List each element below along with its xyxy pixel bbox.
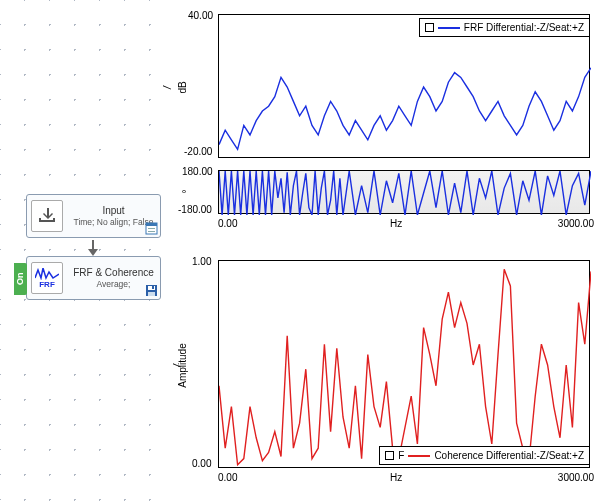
flow-canvas[interactable] xyxy=(0,0,170,501)
ylabel-sub: / xyxy=(162,86,173,89)
svg-marker-5 xyxy=(88,249,98,256)
ytick-max-ph: 180.00 xyxy=(182,166,213,177)
ytick-min: -20.00 xyxy=(184,146,212,157)
chart-frf-phase[interactable]: 180.00 -180.00 ° 0.00 3000.00 Hz xyxy=(180,164,600,238)
ytick-min-co: 0.00 xyxy=(192,458,211,469)
legend-frf-text: FRF Differential:-Z/Seat:+Z xyxy=(464,22,584,33)
legend-line-icon xyxy=(438,27,460,29)
sheet-icon[interactable] xyxy=(144,221,158,235)
xtick-max-ph: 3000.00 xyxy=(558,218,594,229)
svg-rect-2 xyxy=(148,228,155,229)
legend-coherence-text: Coherence Differential:-Z/Seat:+Z xyxy=(434,450,584,461)
coherence-trace xyxy=(219,261,591,469)
legend-f-text: F xyxy=(398,450,404,461)
save-icon[interactable] xyxy=(144,283,158,297)
xlabel-ph: Hz xyxy=(390,218,402,229)
legend-marker-icon xyxy=(385,451,394,460)
node-frf-coherence[interactable]: On FRF FRF & Coherence Average; xyxy=(26,256,161,300)
xtick-min-co: 0.00 xyxy=(218,472,237,483)
node-input[interactable]: Input Time; No align; False xyxy=(26,194,161,238)
svg-rect-8 xyxy=(148,292,155,296)
frf-icon-label: FRF xyxy=(39,280,55,289)
chart-frf-magnitude[interactable]: 40.00 -20.00 dB / FRF Differential:-Z/Se… xyxy=(180,6,600,164)
ylabel-sub-co: / xyxy=(172,364,183,367)
legend-marker-icon xyxy=(425,23,434,32)
legend-frf[interactable]: FRF Differential:-Z/Seat:+Z xyxy=(419,18,590,37)
svg-rect-3 xyxy=(148,231,155,232)
ytick-max: 40.00 xyxy=(188,10,213,21)
legend-coherence[interactable]: F Coherence Differential:-Z/Seat:+Z xyxy=(379,446,590,465)
tray-download-icon xyxy=(31,200,63,232)
phase-trace xyxy=(219,171,591,215)
xlabel-co: Hz xyxy=(390,472,402,483)
node-input-title: Input xyxy=(67,205,160,217)
chart-coherence[interactable]: 1.00 0.00 Amplitude / F Coherence Differ… xyxy=(180,252,600,496)
chart-area: 40.00 -20.00 dB / FRF Differential:-Z/Se… xyxy=(180,6,600,496)
ylabel-db: dB xyxy=(177,81,188,93)
legend-line-icon xyxy=(408,455,430,457)
xtick-min-ph: 0.00 xyxy=(218,218,237,229)
ytick-max-co: 1.00 xyxy=(192,256,211,267)
connector-arrow xyxy=(92,240,94,254)
frf-icon: FRF xyxy=(31,262,63,294)
on-tab[interactable]: On xyxy=(14,263,27,295)
ytick-min-ph: -180.00 xyxy=(178,204,212,215)
xtick-max-co: 3000.00 xyxy=(558,472,594,483)
ylabel-deg: ° xyxy=(181,190,192,194)
node-frf-title: FRF & Coherence xyxy=(67,267,160,279)
svg-rect-9 xyxy=(152,286,154,289)
svg-rect-1 xyxy=(146,223,157,226)
